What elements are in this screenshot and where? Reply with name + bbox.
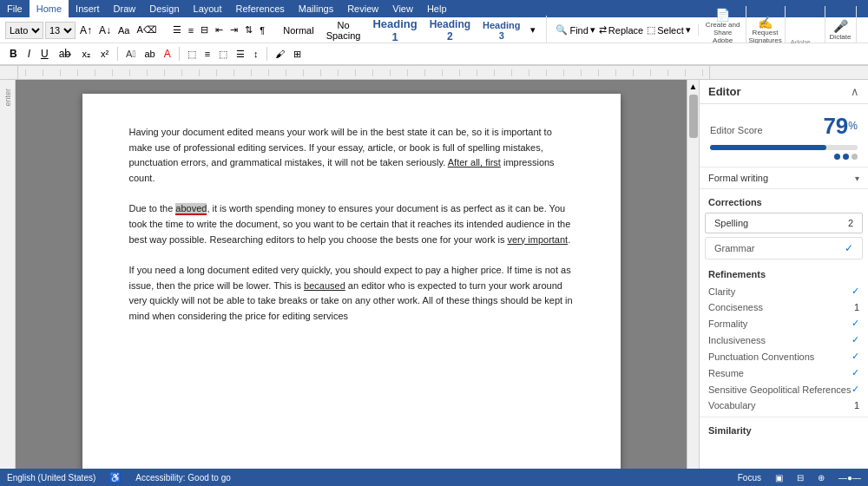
underline-button[interactable]: U bbox=[36, 47, 53, 61]
subscript-button[interactable]: x₂ bbox=[77, 48, 95, 61]
decrease-indent-button[interactable]: ⇤ bbox=[213, 23, 226, 36]
para2-text: Due to the aboved, it is worth spending … bbox=[129, 201, 574, 247]
align-center-button[interactable]: ≡ bbox=[201, 48, 214, 60]
resume-item[interactable]: Resume ✓ bbox=[700, 364, 868, 381]
font-shrink-button[interactable]: A↓ bbox=[96, 23, 114, 37]
clear-format-button[interactable]: A⌫ bbox=[135, 23, 160, 36]
view-icon3[interactable]: ⊕ bbox=[818, 473, 825, 483]
becaused-underline: becaused bbox=[304, 280, 345, 291]
focus-label[interactable]: Focus bbox=[738, 473, 761, 483]
spelling-correction-item[interactable]: Spelling 2 bbox=[705, 213, 863, 233]
writing-style-label: Formal writing bbox=[708, 173, 768, 183]
sort-button[interactable]: ⇅ bbox=[242, 23, 255, 36]
view-icon2[interactable]: ⊟ bbox=[797, 473, 804, 483]
style-heading2-button[interactable]: Heading 2 bbox=[424, 16, 476, 44]
replace-label: Replace bbox=[608, 25, 643, 36]
formality-label: Formality bbox=[708, 319, 747, 329]
signatures-icon: ✍️ bbox=[758, 16, 773, 30]
geopolitical-item[interactable]: Sensitive Geopolitical References ✓ bbox=[700, 381, 868, 397]
conciseness-badge: 1 bbox=[854, 302, 859, 312]
vocabulary-badge: 1 bbox=[854, 400, 859, 410]
styles-group: Normal No Spacing Heading 1 Heading 2 He… bbox=[278, 16, 547, 45]
toolbar-row2: B I U ab̶ x₂ x² A⃝ ab A ⬚ ≡ ⬚ ☰ ↕ 🖌 ⊞ bbox=[0, 43, 868, 66]
language-status[interactable]: English (United States) bbox=[7, 473, 95, 483]
styles-more-button[interactable]: ▾ bbox=[527, 23, 539, 37]
font-size-select[interactable]: 13 bbox=[45, 22, 76, 39]
aboved-highlight: aboved bbox=[175, 203, 207, 215]
text-effects-button[interactable]: A⃝ bbox=[122, 48, 139, 60]
select-icon: ⬚ bbox=[647, 24, 655, 36]
punctuation-item[interactable]: Punctuation Conventions ✓ bbox=[700, 348, 868, 364]
inclusiveness-item[interactable]: Inclusiveness ✓ bbox=[700, 332, 868, 348]
document-scroll-area[interactable]: Having your document edited means your w… bbox=[16, 80, 687, 469]
score-number-group: 79% bbox=[823, 113, 858, 140]
writing-style-row[interactable]: Formal writing ▾ bbox=[700, 167, 868, 189]
shading-button[interactable]: 🖌 bbox=[272, 48, 288, 60]
align-left-button[interactable]: ⬚ bbox=[184, 48, 200, 61]
vocabulary-item[interactable]: Vocabulary 1 bbox=[700, 397, 868, 413]
style-heading1-button[interactable]: Heading 1 bbox=[367, 16, 422, 45]
bold-button[interactable]: B bbox=[5, 47, 22, 61]
line-spacing-button[interactable]: ↕ bbox=[250, 48, 262, 60]
punctuation-check: ✓ bbox=[852, 351, 859, 362]
ribbon-tab-design[interactable]: Design bbox=[142, 0, 186, 17]
grammar-label: Grammar bbox=[714, 243, 754, 253]
paragraph-1: Having your document edited means your w… bbox=[129, 125, 574, 186]
pdf-icon: 📄 bbox=[715, 8, 730, 22]
conciseness-item[interactable]: Conciseness 1 bbox=[700, 299, 868, 315]
font-grow-button[interactable]: A↑ bbox=[77, 23, 95, 37]
zoom-slider[interactable]: —●— bbox=[838, 473, 861, 483]
scrollbar[interactable]: ▲ bbox=[687, 80, 699, 469]
formality-item[interactable]: Formality ✓ bbox=[700, 315, 868, 332]
scroll-up-button[interactable]: ▲ bbox=[689, 82, 698, 91]
show-hide-button[interactable]: ¶ bbox=[257, 24, 267, 36]
ruler bbox=[0, 66, 868, 80]
find-arrow-icon: ▾ bbox=[590, 24, 595, 36]
italic-button[interactable]: I bbox=[23, 47, 35, 61]
find-dropdown[interactable]: 🔍 Find ▾ bbox=[556, 24, 595, 36]
geopolitical-label: Sensitive Geopolitical References bbox=[708, 384, 851, 395]
sep4 bbox=[179, 47, 180, 61]
view-icon1[interactable]: ▣ bbox=[775, 473, 783, 483]
refinements-header: Refinements bbox=[700, 261, 868, 283]
similarity-label: Similarity bbox=[708, 425, 752, 436]
ribbon-tab-layout[interactable]: Layout bbox=[187, 0, 229, 17]
grammar-correction-item[interactable]: Grammar ✓ bbox=[705, 237, 863, 259]
font-color-button[interactable]: A bbox=[161, 47, 174, 61]
score-dots bbox=[710, 154, 858, 160]
superscript-button[interactable]: x² bbox=[96, 48, 113, 60]
editor-panel-close-button[interactable]: ∧ bbox=[851, 85, 859, 98]
style-normal-button[interactable]: Normal bbox=[278, 23, 319, 37]
editor-score-value: 79 bbox=[823, 113, 848, 139]
multilevel-button[interactable]: ⊟ bbox=[198, 23, 211, 36]
dictate-label: Dictate bbox=[830, 33, 852, 41]
editor-score-section: Editor Score 79% bbox=[700, 104, 868, 167]
signatures-label: RequestSignatures bbox=[748, 30, 781, 45]
style-no-spacing-button[interactable]: No Spacing bbox=[321, 18, 366, 43]
paragraph-3: If you need a long document edited very … bbox=[129, 263, 574, 324]
scroll-thumb[interactable] bbox=[689, 95, 698, 138]
ribbon-tab-home[interactable]: Home bbox=[30, 0, 69, 17]
font-name-select[interactable]: Lato bbox=[5, 22, 43, 39]
highlight-color-button[interactable]: ab bbox=[141, 48, 158, 60]
numbering-button[interactable]: ≡ bbox=[186, 24, 196, 36]
style-heading3-button[interactable]: Heading 3 bbox=[477, 18, 525, 43]
ribbon-tab-insert[interactable]: Insert bbox=[69, 0, 107, 17]
replace-button[interactable]: ⇄ Replace bbox=[599, 24, 643, 36]
score-row: Editor Score 79% bbox=[710, 113, 858, 140]
clarity-item[interactable]: Clarity ✓ bbox=[700, 283, 868, 299]
increase-indent-button[interactable]: ⇥ bbox=[227, 23, 240, 36]
ribbon-tab-file[interactable]: File bbox=[0, 0, 30, 17]
borders-button[interactable]: ⊞ bbox=[290, 48, 305, 61]
align-right-button[interactable]: ⬚ bbox=[215, 48, 231, 61]
paragraph-2: Due to the aboved, it is worth spending … bbox=[129, 201, 574, 247]
left-margin: enter bbox=[0, 80, 16, 469]
accessibility-status[interactable]: Accessibility: Good to go bbox=[135, 473, 231, 483]
justify-button[interactable]: ☰ bbox=[233, 48, 248, 61]
bullets-button[interactable]: ☰ bbox=[170, 23, 184, 36]
strikethrough-button[interactable]: ab̶ bbox=[55, 47, 76, 61]
very-important-underline: very important bbox=[507, 234, 568, 245]
change-case-button[interactable]: Aa bbox=[115, 24, 132, 36]
ribbon-tab-draw[interactable]: Draw bbox=[107, 0, 143, 17]
select-dropdown[interactable]: ⬚ Select ▾ bbox=[647, 24, 691, 36]
